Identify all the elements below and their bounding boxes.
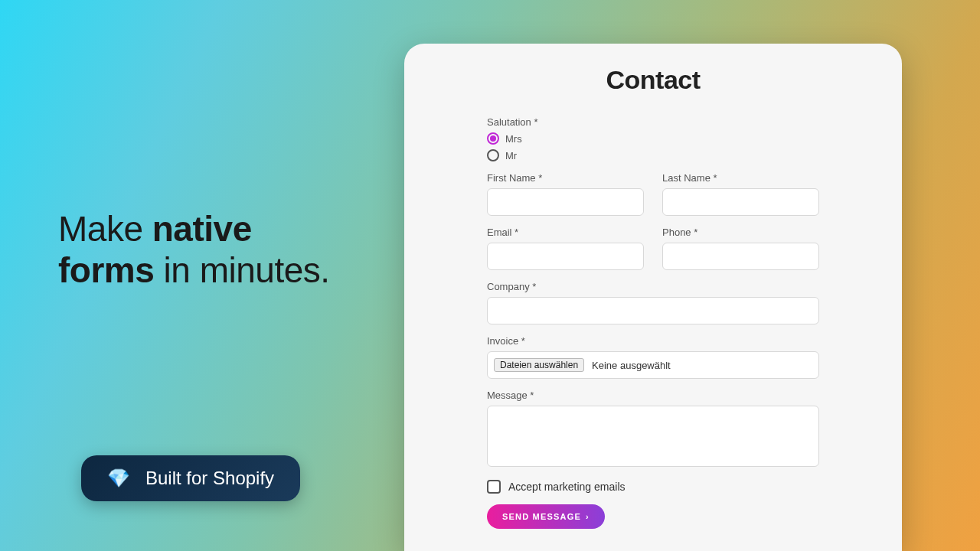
send-button-label: SEND MESSAGE (502, 512, 581, 521)
accept-marketing-label: Accept marketing emails (508, 481, 626, 493)
email-label: Email * (487, 227, 644, 238)
message-field[interactable] (487, 406, 819, 467)
radio-mr-label: Mr (505, 150, 517, 161)
accept-marketing-row[interactable]: Accept marketing emails (487, 480, 819, 494)
headline-post: in minutes. (154, 250, 329, 290)
file-choose-button[interactable]: Dateien auswählen (494, 358, 584, 372)
diamond-icon: 💎 (107, 468, 130, 489)
accept-marketing-checkbox[interactable] (487, 480, 501, 494)
headline: Make native forms in minutes. (58, 208, 330, 292)
phone-label: Phone * (662, 227, 819, 238)
last-name-label: Last Name * (662, 172, 819, 184)
contact-form: Salutation * Mrs Mr First Name * Last Na… (404, 116, 902, 529)
radio-mr[interactable] (487, 149, 499, 161)
card-title: Contact (404, 65, 902, 95)
invoice-label: Invoice * (487, 335, 819, 347)
badge-text: Built for Shopify (145, 468, 274, 489)
headline-pre: Make (58, 209, 152, 249)
email-field[interactable] (487, 243, 644, 270)
last-name-field[interactable] (662, 188, 819, 216)
first-name-label: First Name * (487, 172, 644, 184)
phone-field[interactable] (662, 243, 819, 270)
company-label: Company * (487, 281, 819, 292)
message-label: Message * (487, 390, 819, 401)
built-for-shopify-badge: 💎 Built for Shopify (81, 455, 300, 501)
company-field[interactable] (487, 297, 819, 324)
radio-mrs-label: Mrs (505, 133, 522, 145)
headline-bold1: native (152, 209, 252, 249)
headline-bold2: forms (58, 250, 154, 290)
radio-mr-row[interactable]: Mr (487, 149, 819, 161)
contact-form-card: Contact Salutation * Mrs Mr First Name *… (404, 44, 902, 551)
invoice-file-input[interactable]: Dateien auswählen Keine ausgewählt (487, 351, 819, 379)
radio-mrs[interactable] (487, 132, 499, 145)
send-message-button[interactable]: SEND MESSAGE › (487, 504, 605, 529)
file-status-text: Keine ausgewählt (592, 360, 671, 371)
chevron-right-icon: › (586, 512, 590, 521)
radio-mrs-row[interactable]: Mrs (487, 132, 819, 145)
first-name-field[interactable] (487, 188, 644, 216)
salutation-label: Salutation * (487, 116, 819, 128)
